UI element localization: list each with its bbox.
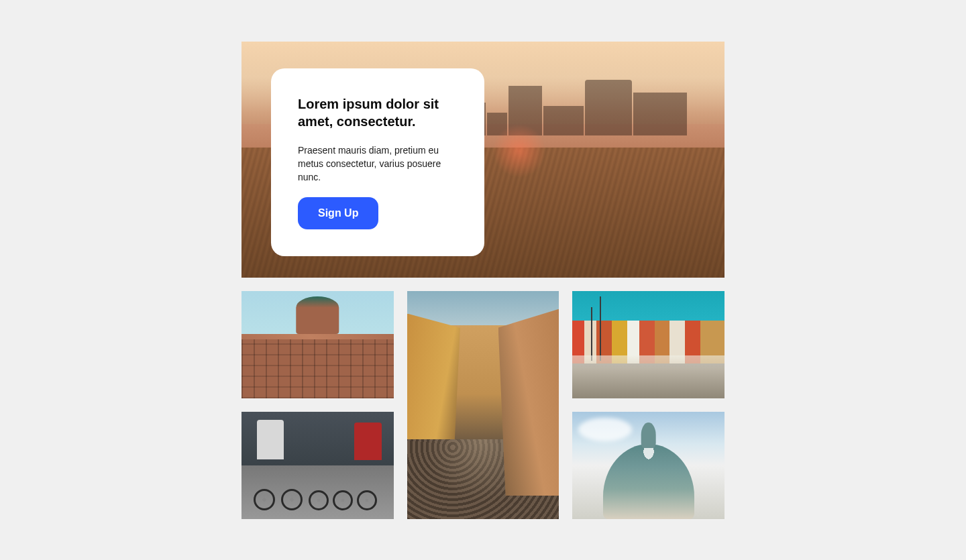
- lens-flare-decoration: [492, 124, 546, 178]
- gallery-image: [572, 291, 724, 398]
- sign-up-button[interactable]: Sign Up: [298, 197, 378, 229]
- hero-title: Lorem ipsum dolor sit amet, consectetur.: [298, 95, 458, 130]
- gallery-image: [407, 291, 559, 519]
- hero-card: Lorem ipsum dolor sit amet, consectetur.…: [271, 68, 484, 257]
- image-gallery: [241, 291, 724, 519]
- gallery-image: [241, 412, 394, 519]
- gallery-image: [572, 412, 724, 519]
- gallery-image: [241, 291, 394, 398]
- page-container: Lorem ipsum dolor sit amet, consectetur.…: [241, 42, 724, 519]
- hero-section: Lorem ipsum dolor sit amet, consectetur.…: [241, 42, 724, 278]
- hero-subtitle: Praesent mauris diam, pretium eu metus c…: [298, 144, 458, 184]
- hero-skyline-decoration: [459, 70, 724, 136]
